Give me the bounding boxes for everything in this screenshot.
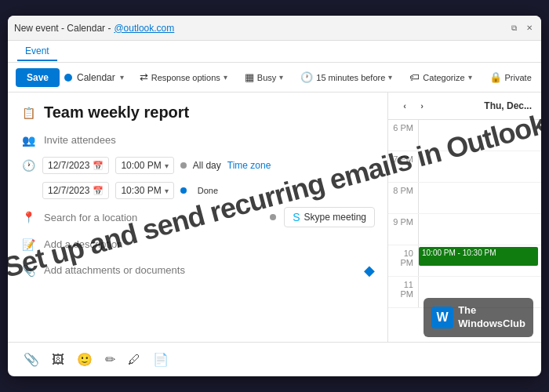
time-label: 9 PM [388,214,418,230]
end-date-value: 12/7/2023 [48,185,89,196]
wc-text: TheWindowsClub [458,304,525,331]
busy-button[interactable]: ▦ Busy ▾ [238,68,289,86]
end-time-field[interactable]: 10:30 PM ▾ [115,182,173,199]
menu-bar: Event [8,41,541,63]
title-row: 📋 [20,102,375,123]
diamond-icon: ◆ [364,262,375,279]
allday-label: All day [193,160,221,171]
slot-area [418,120,541,151]
time-label: 8 PM [388,183,418,198]
save-button[interactable]: Save [16,68,60,87]
title-icon: 📋 [20,107,36,119]
attendees-input[interactable] [44,131,375,149]
windowsclub-logo: W TheWindowsClub [424,298,533,337]
categorize-button[interactable]: 🏷 Categorize ▾ [403,68,478,86]
start-datetime-row: 🕐 12/7/2023 📅 10:00 PM ▾ All day Time zo… [20,157,375,174]
description-icon: 📝 [20,238,36,251]
time-slot: 6 PM [388,120,541,151]
time-label: 7 PM [388,151,418,167]
end-date-field[interactable]: 12/7/2023 📅 [42,182,109,199]
time-label: 10 PM [388,245,418,270]
insert-image-icon[interactable]: 🖼 [49,350,67,370]
end-dot [180,187,187,194]
cal-next-button[interactable]: › [415,99,429,113]
private-button[interactable]: 🔒 Private [483,68,538,86]
location-row: 📍 S Skype meeting [20,207,375,227]
end-time-value: 10:30 PM [121,185,161,196]
location-icon: 📍 [20,211,36,223]
busy-icon: ▦ [245,71,254,83]
cal-prev-button[interactable]: ‹ [398,99,412,113]
calendar-dropdown-arrow: ▾ [120,73,124,82]
wc-icon: W [431,307,453,328]
done-button[interactable]: Done [193,184,223,197]
response-icon: ⇄ [140,71,148,83]
title-text: New event - Calendar - @outlook.com [14,23,508,34]
slot-area [418,151,541,182]
pen-icon[interactable]: 🖊 [125,350,144,370]
title-bar: New event - Calendar - @outlook.com ⧉ ✕ [8,16,541,41]
calendar-label: Calendar [77,72,115,83]
start-time-field[interactable]: 10:00 PM ▾ [115,157,173,174]
location-input[interactable] [44,209,262,227]
calendar-icon: 📅 [93,161,104,171]
end-calendar-icon: 📅 [93,186,104,196]
event-block[interactable]: 10:00 PM - 10:30 PM [419,247,538,266]
response-options-button[interactable]: ⇄ Response options ▾ [133,68,234,86]
calendar-selector[interactable]: Calendar ▾ [64,72,124,83]
attach-file-icon[interactable]: 📎 [20,349,42,370]
window-title: New event - Calendar - [14,23,111,34]
slot-area [418,183,541,213]
slot-area: 10:00 PM - 10:30 PM [418,245,541,276]
lock-icon: 🔒 [489,71,502,83]
time-label: 11 PM [388,277,418,302]
reminder-button[interactable]: 🕐 15 minutes before ▾ [294,68,398,86]
start-date-field[interactable]: 12/7/2023 📅 [42,157,109,174]
cal-header: ‹ › Thu, Dec... [388,93,541,120]
time-slot: 10 PM10:00 PM - 10:30 PM [388,245,541,277]
bottom-toolbar: 📎 🖼 🙂 ✏ 🖊 📄 [8,342,541,376]
ink-icon[interactable]: ✏ [102,349,118,370]
skype-button[interactable]: S Skype meeting [284,207,375,227]
toolbar: Save Calendar ▾ ⇄ Response options ▾ ▦ B… [8,63,541,93]
cal-title: Thu, Dec... [484,100,532,111]
attachment-icon: 📎 [20,264,36,277]
attachment-row: 📎 ◆ [20,261,375,279]
response-dropdown-icon: ▾ [224,73,227,82]
time-slot: 9 PM [388,214,541,245]
form-panel: 📋 👥 🕐 12/7/2023 📅 10:00 PM ▾ [8,93,388,342]
description-input[interactable] [44,235,375,253]
slot-area [418,214,541,245]
attendees-icon: 👥 [20,134,36,147]
window-email: @outlook.com [114,23,174,34]
window-controls: ⧉ ✕ [508,23,535,34]
close-button[interactable]: ✕ [524,23,535,34]
file-icon[interactable]: 📄 [150,349,172,370]
clock-icon: 🕐 [300,71,313,83]
timezone-link[interactable]: Time zone [227,160,271,171]
time-slot: 8 PM [388,183,541,214]
start-time-value: 10:00 PM [121,160,161,171]
datetime-icon: 🕐 [20,159,36,172]
emoji-icon[interactable]: 🙂 [74,349,96,370]
start-date-value: 12/7/2023 [48,160,89,171]
allday-dot [180,162,187,169]
attendees-row: 👥 [20,131,375,149]
tag-icon: 🏷 [409,71,420,83]
location-dot [270,214,276,220]
cal-nav: ‹ › [398,99,429,113]
time-slot: 7 PM [388,151,541,183]
attachment-input[interactable] [44,261,356,279]
calendar-dot [64,74,72,82]
end-datetime-row: 12/7/2023 📅 10:30 PM ▾ Done [20,182,375,199]
restore-button[interactable]: ⧉ [508,23,519,34]
time-label: 6 PM [388,120,418,136]
skype-icon: S [293,211,300,223]
tab-event[interactable]: Event [17,42,57,61]
description-row: 📝 [20,235,375,253]
event-title-input[interactable] [44,102,375,123]
